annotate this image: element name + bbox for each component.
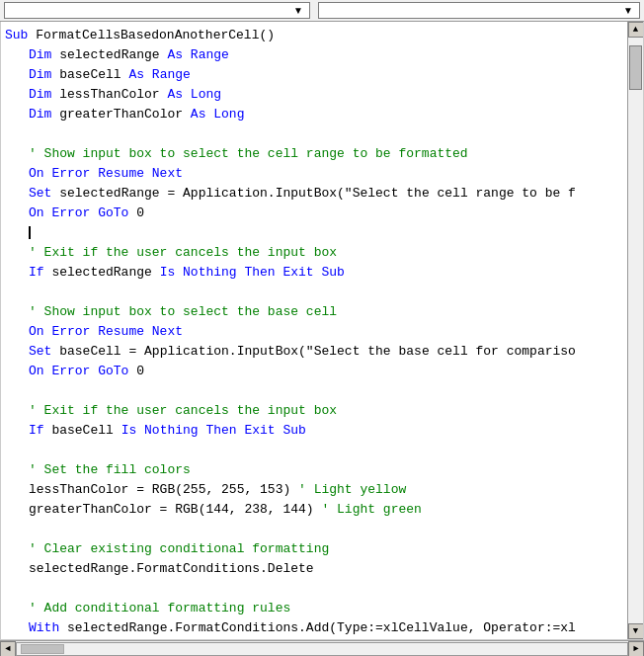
code-scroll[interactable]: Sub FormatCellsBasedonAnotherCell()Dim s… <box>1 22 627 639</box>
code-area[interactable]: Sub FormatCellsBasedonAnotherCell()Dim s… <box>1 22 627 639</box>
code-line: greaterThanColor = RGB(144, 238, 144) ' … <box>5 500 627 520</box>
code-token: Sub <box>5 28 36 42</box>
code-line: ' Set the fill colors <box>5 460 627 480</box>
code-line <box>5 381 627 401</box>
code-line: On Error Resume Next <box>5 164 627 184</box>
toolbar: ▼ ▼ <box>0 0 644 22</box>
code-line: Set baseCell = Application.InputBox("Sel… <box>5 342 627 362</box>
code-token: With <box>29 620 67 635</box>
code-line: Set selectedRange = Application.InputBox… <box>5 184 627 204</box>
code-token: ' Exit if the user cancels the input box <box>29 245 337 260</box>
code-line: On Error GoTo 0 <box>5 204 627 223</box>
code-line: ' Show input box to select the cell rang… <box>5 144 627 164</box>
scroll-down-btn[interactable]: ▼ <box>628 623 644 639</box>
code-line: ' Show input box to select the base cell <box>5 302 627 322</box>
code-token: selectedRange.FormatConditions.Add(Type:… <box>67 620 576 635</box>
code-line <box>5 441 627 460</box>
scroll-thumb-h[interactable] <box>21 644 64 654</box>
code-token: ' Light green <box>321 502 421 517</box>
code-token: On Error Resume Next <box>29 324 183 339</box>
code-token: baseCell <box>51 423 121 438</box>
code-token: As <box>128 67 151 82</box>
code-line <box>5 283 627 302</box>
code-line: ' Exit if the user cancels the input box <box>5 401 627 421</box>
code-token: ' Show input box to select the cell rang… <box>29 146 468 161</box>
code-token: Range <box>191 47 229 62</box>
code-line: Dim lessThanColor As Long <box>5 85 627 105</box>
code-line <box>5 124 627 144</box>
code-token: ' Add conditional formatting rules <box>29 601 290 615</box>
code-token: Is Nothing Then Exit Sub <box>160 265 345 280</box>
code-line: Dim selectedRange As Range <box>5 45 627 65</box>
code-token: ' Show input box to select the base cell <box>29 304 337 319</box>
code-token: Is Nothing Then Exit Sub <box>121 423 306 438</box>
scroll-right-btn[interactable]: ► <box>628 641 644 657</box>
code-token: On Error GoTo <box>29 205 136 220</box>
code-token: As <box>167 87 190 102</box>
code-line: selectedRange.FormatConditions.Delete <box>5 559 627 579</box>
text-cursor <box>29 226 31 239</box>
code-token: selectedRange = Application.InputBox("Se… <box>59 186 576 201</box>
code-token: greaterThanColor <box>59 107 191 122</box>
proc-dropdown[interactable]: ▼ <box>318 2 640 19</box>
code-token: If <box>29 423 51 438</box>
code-line <box>5 520 627 539</box>
code-token: Dim <box>29 67 59 82</box>
code-line: .Interior.Color = lessThanColor <box>5 638 627 639</box>
proc-dropdown-arrow: ▼ <box>623 5 633 16</box>
editor-area: Sub FormatCellsBasedonAnotherCell()Dim s… <box>0 22 644 640</box>
code-token: selectedRange <box>59 47 167 62</box>
code-token: As <box>191 107 213 122</box>
code-token: baseCell = Application.InputBox("Select … <box>59 344 576 359</box>
scroll-track-v[interactable] <box>628 38 643 623</box>
code-token: On Error GoTo <box>29 364 136 378</box>
code-token: On Error Resume Next <box>29 166 183 181</box>
general-dropdown-arrow: ▼ <box>293 5 303 16</box>
code-line: ' Clear existing conditional formatting <box>5 539 627 559</box>
code-token: Dim <box>29 107 59 122</box>
code-line: On Error GoTo 0 <box>5 362 627 381</box>
code-token: Set <box>29 186 59 201</box>
code-token: baseCell <box>59 67 128 82</box>
bottom-bar: ◄ ► <box>0 640 644 656</box>
code-token: If <box>29 265 51 280</box>
code-token: Long <box>191 87 221 102</box>
code-line: Dim baseCell As Range <box>5 65 627 85</box>
code-line: ' Exit if the user cancels the input box <box>5 243 627 263</box>
code-line <box>5 579 627 599</box>
code-line: If selectedRange Is Nothing Then Exit Su… <box>5 263 627 283</box>
code-token: As <box>167 47 190 62</box>
code-line: ' Add conditional formatting rules <box>5 599 627 618</box>
code-token: ' Exit if the user cancels the input box <box>29 403 337 418</box>
code-token: 0 <box>136 205 144 220</box>
code-line: Sub FormatCellsBasedonAnotherCell() <box>5 26 627 45</box>
code-token: greaterThanColor = RGB(144, 238, 144) <box>29 502 321 517</box>
code-token: ' Clear existing conditional formatting <box>29 541 329 556</box>
code-token: Dim <box>29 87 59 102</box>
vertical-scrollbar[interactable]: ▲ ▼ <box>627 22 643 639</box>
scroll-up-btn[interactable]: ▲ <box>628 22 644 38</box>
code-token: selectedRange <box>51 265 159 280</box>
code-line: lessThanColor = RGB(255, 255, 153) ' Lig… <box>5 480 627 500</box>
scroll-thumb-v[interactable] <box>629 45 642 90</box>
code-line: On Error Resume Next <box>5 322 627 342</box>
code-token: FormatCellsBasedonAnotherCell() <box>36 28 275 42</box>
code-token: 0 <box>136 364 144 378</box>
code-token: ' Light yellow <box>298 482 406 497</box>
code-token: selectedRange.FormatConditions.Delete <box>29 561 314 576</box>
code-token: Set <box>29 344 59 359</box>
code-token: Long <box>213 107 244 122</box>
code-line: Dim greaterThanColor As Long <box>5 105 627 124</box>
code-token: Dim <box>29 47 59 62</box>
scroll-left-btn[interactable]: ◄ <box>0 641 16 657</box>
code-token: Range <box>152 67 191 82</box>
code-lines: Sub FormatCellsBasedonAnotherCell()Dim s… <box>5 26 627 639</box>
general-dropdown[interactable]: ▼ <box>4 2 310 19</box>
code-token: lessThanColor = RGB(255, 255, 153) <box>29 482 298 497</box>
code-line: If baseCell Is Nothing Then Exit Sub <box>5 421 627 441</box>
scroll-track-h[interactable] <box>16 642 628 656</box>
code-line <box>5 223 627 243</box>
code-token: ' Set the fill colors <box>29 462 191 477</box>
code-token: lessThanColor <box>59 87 167 102</box>
code-line: With selectedRange.FormatConditions.Add(… <box>5 618 627 638</box>
